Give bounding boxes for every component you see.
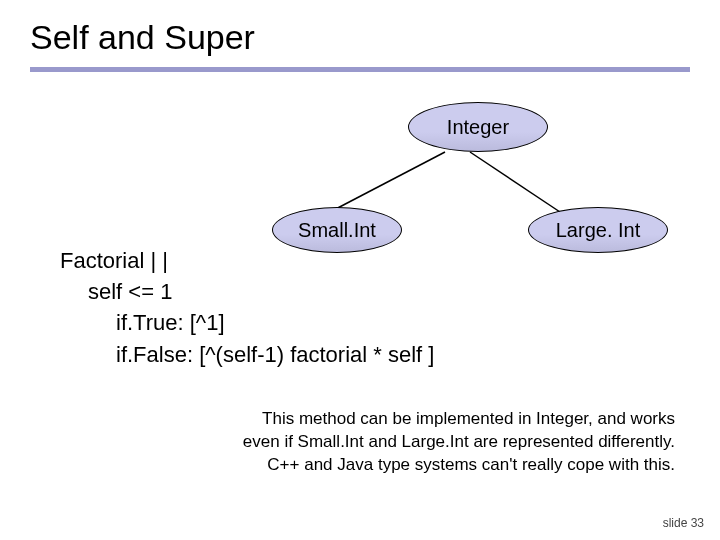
footnote-line-1: This method can be implemented in Intege…: [110, 408, 675, 431]
footnote-line-2: even if Small.Int and Large.Int are repr…: [110, 431, 675, 454]
code-line-1: Factorial | |: [60, 245, 434, 276]
class-hierarchy-diagram: Integer Small.Int Large. Int: [30, 102, 690, 262]
node-integer: Integer: [408, 102, 548, 152]
node-integer-label: Integer: [447, 116, 509, 139]
node-smallint-label: Small.Int: [298, 219, 376, 242]
slide: Self and Super Integer Small.Int Large. …: [0, 0, 720, 540]
code-line-2: self <= 1: [60, 276, 434, 307]
code-block: Factorial | | self <= 1 if.True: [^1] if…: [60, 245, 434, 370]
code-line-4: if.False: [^(self-1) factorial * self ]: [60, 339, 434, 370]
code-line-3: if.True: [^1]: [60, 307, 434, 338]
page-title: Self and Super: [30, 18, 690, 57]
node-largeint: Large. Int: [528, 207, 668, 253]
slide-number: slide 33: [663, 516, 704, 530]
svg-line-0: [330, 152, 445, 212]
svg-line-1: [470, 152, 560, 212]
footnote-line-3: C++ and Java type systems can't really c…: [110, 454, 675, 477]
node-largeint-label: Large. Int: [556, 219, 641, 242]
footnote: This method can be implemented in Intege…: [110, 408, 675, 477]
title-underline: [30, 67, 690, 72]
